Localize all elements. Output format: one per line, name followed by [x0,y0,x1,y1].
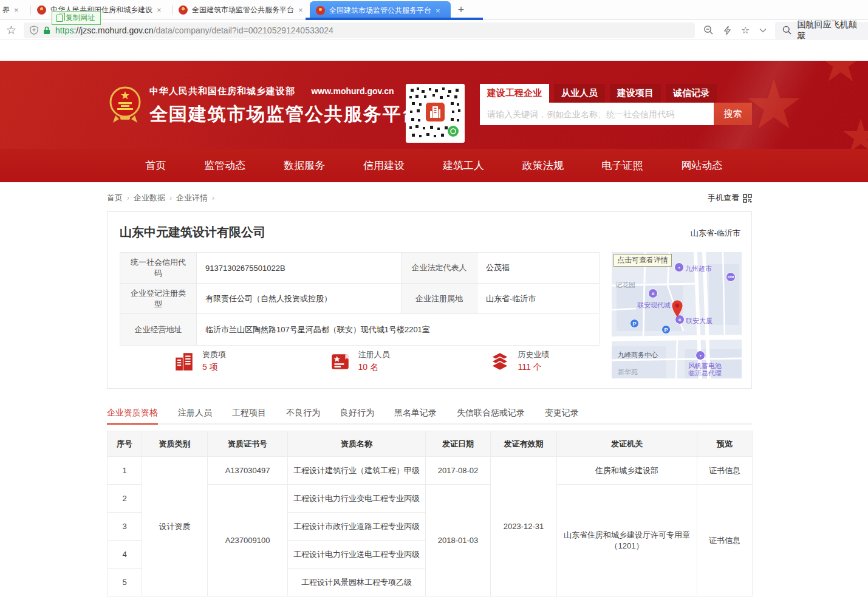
nav-item-home[interactable]: 首页 [146,159,166,173]
browser-tab-active[interactable]: 全国建筑市场监管公共服务平台 × [310,1,451,19]
shield-icon[interactable] [30,26,38,35]
flash-save-icon[interactable] [723,26,731,35]
registration-type-value: 有限责任公司（自然人投资或控股） [197,284,402,314]
company-region: 山东省-临沂市 [691,228,740,239]
tab-close-icon[interactable]: × [157,5,162,15]
tab-close-icon[interactable]: × [436,6,440,15]
certificate-no: A237009100 [208,485,288,596]
qualification-name: 工程设计电力行业变电工程专业丙级 [288,485,426,513]
row-no: 5 [108,569,142,596]
row-no: 4 [108,541,142,569]
tab-bad-behavior[interactable]: 不良行为 [286,402,320,424]
tab-title: 全国建筑市场监管公共服务平台 [192,5,294,15]
tab-projects[interactable]: 工程项目 [232,402,266,424]
zoom-out-icon[interactable] [703,25,714,35]
address-bar[interactable]: https://jzsc.mohurd.gov.cn/data/company/… [24,22,695,38]
search-icon [782,26,791,35]
tab-good-behavior[interactable]: 良好行为 [340,402,374,424]
building-icon [173,350,195,372]
nav-item-data-service[interactable]: 数据服务 [284,159,325,173]
breadcrumb: 首页 › 企业数据 › 企业详情 › 手机查看 [107,191,752,205]
mobile-view-label: 手机查看 [708,193,739,203]
company-name: 山东中元建筑设计有限公司 [120,224,265,241]
bookmark-star-icon[interactable]: ☆ [6,23,16,37]
copy-url-tooltip: 复制网址 [52,11,101,25]
urlbar-actions: ☆ [703,24,767,36]
site-favicon-icon [316,6,325,15]
trending-search-text: 国航回应飞机颠簸 [797,19,861,41]
field-label: 企业经营地址 [120,314,197,346]
search-tab-project[interactable]: 建设项目 [610,84,661,103]
qualification-category: 设计资质 [142,457,208,596]
search-tab-enterprise[interactable]: 建设工程企业 [480,84,549,103]
issuing-authority: 山东省住房和城乡建设厅许可专用章（1201） [557,485,697,596]
stat-qualifications[interactable]: 资质项 5 项 [120,349,279,373]
layers-icon [489,350,511,372]
certificate-info-link[interactable]: 证书信息 [697,485,753,596]
tab-qualifications[interactable]: 企业资质资格 [107,402,158,425]
map-tooltip: 点击可查看详情 [613,254,672,267]
nav-item-policy[interactable]: 政策法规 [522,159,564,173]
issue-date: 2017-08-02 [426,457,491,485]
browser-tab-0[interactable]: 界 × [0,0,30,19]
keyword-search-input[interactable] [480,103,714,125]
row-no: 2 [108,485,142,513]
breadcrumb-company-data[interactable]: 企业数据 [134,193,165,203]
stat-historical-performance[interactable]: 历史业绩 111 个 [439,349,599,373]
certificate-info-link[interactable]: 证书信息 [697,457,753,485]
location-map[interactable]: 点击可查看详情 ● 九州超市 ATM 记花园 ▦ 联安现代城 ▦ 联安大厦 P … [612,252,742,378]
atm-marker-icon: ATM [726,272,736,282]
col-header: 发证日期 [426,431,491,457]
map-label-lianan-city: 联安现代城 [637,301,671,310]
col-header: 资质类别 [142,431,208,457]
breadcrumb-separator: › [127,194,129,202]
nav-item-site-news[interactable]: 网站动态 [681,159,722,173]
tab-change-records[interactable]: 变更记录 [545,402,579,424]
col-header: 预览 [697,431,753,457]
qualification-name: 工程设计市政行业道路工程专业丙级 [288,513,426,541]
main-navigation: 首页 监管动态 数据服务 信用建设 建筑工人 政策法规 电子证照 网站动态 [0,149,868,182]
mobile-view-link[interactable]: 手机查看 [708,193,752,203]
issue-date: 2018-01-03 [426,485,491,596]
breadcrumb-company-detail[interactable]: 企业详情 [176,193,208,203]
supermarket-marker-icon: ● [674,262,684,272]
nav-item-credit[interactable]: 信用建设 [363,159,405,173]
qualification-name: 工程设计电力行业送电工程专业丙级 [288,541,426,569]
url-path: /data/company/detail?id=0021052912405330… [154,26,333,35]
search-tab-personnel[interactable]: 从业人员 [554,84,605,103]
battery-marker-icon: ● [695,350,705,360]
search-button[interactable]: 搜索 [714,103,752,125]
search-tab-credit[interactable]: 诚信记录 [666,84,717,103]
qualification-name: 工程设计风景园林工程专项乙级 [288,569,426,596]
page-url: https://jzsc.mohurd.gov.cn/data/company/… [55,26,333,35]
tab-close-icon[interactable]: × [298,5,303,15]
favorite-star-icon[interactable]: ☆ [741,24,750,36]
new-tab-button[interactable]: + [451,0,471,19]
field-label: 统一社会信用代码 [120,253,197,284]
tab-dishonesty-records[interactable]: 失信联合惩戒记录 [457,402,525,424]
tab-blacklist[interactable]: 黑名单记录 [394,402,437,424]
map-label-battery-line2: 临沂总代理 [688,369,722,378]
breadcrumb-home[interactable]: 首页 [107,193,123,203]
browser-search-box[interactable]: 国航回应飞机颠簸 [775,22,868,39]
browser-tab-2[interactable]: 全国建筑市场监管公共服务平台 × [173,0,310,19]
table-row: 1 设计资质 A137030497 工程设计建筑行业（建筑工程）甲级 2017-… [108,457,753,485]
company-panel: 山东中元建筑设计有限公司 山东省-临沂市 统一社会信用代码 9137130267… [107,211,752,389]
certificate-no: A137030497 [208,457,288,485]
map-label-lianan-tower: 联安大厦 [686,316,713,326]
nav-item-supervision[interactable]: 监管动态 [204,159,245,173]
registration-region-value: 山东省-临沂市 [477,284,600,314]
nav-item-workers[interactable]: 建筑工人 [443,159,484,173]
tab-registered-personnel[interactable]: 注册人员 [178,402,212,424]
ministry-name: 中华人民共和国住房和城乡建设部 [149,86,295,96]
chevron-down-icon[interactable] [759,28,767,33]
nav-item-elicense[interactable]: 电子证照 [602,159,643,173]
parking-marker-icon: P [661,325,671,334]
platform-title: 全国建筑市场监管公共服务平台 [149,102,422,127]
tab-close-icon[interactable]: × [14,5,19,15]
national-emblem-icon [109,84,141,129]
qualification-table: 序号 资质类别 资质证书号 资质名称 发证日期 发证有效期 发证机关 预览 1 … [107,431,753,596]
qr-code [406,84,465,143]
valid-until: 2023-12-31 [491,457,557,596]
stat-registered-personnel[interactable]: 注册人员 10 名 [279,349,439,373]
